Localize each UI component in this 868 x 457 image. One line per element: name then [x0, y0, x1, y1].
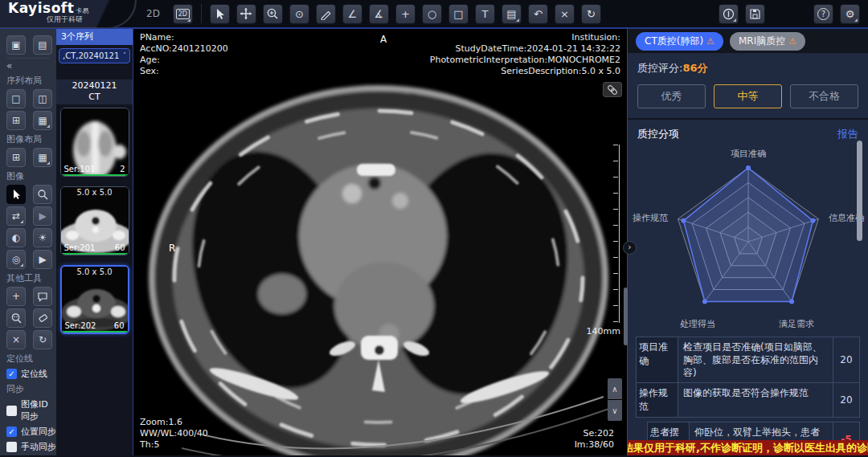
view-2d-button[interactable]: 2D — [173, 4, 193, 24]
ct-axial-image[interactable] — [133, 29, 627, 455]
undo-button[interactable]: ↶ — [528, 4, 548, 24]
image-viewport[interactable]: PName: AccNO:2401210200 Age: Sex: Instit… — [133, 29, 627, 455]
checkbox-icon[interactable] — [6, 406, 17, 416]
institution-label: Institusion: — [430, 32, 620, 43]
magnify-glass-button[interactable] — [6, 308, 26, 328]
prev-slice-button[interactable]: ∧ — [608, 378, 622, 399]
probe-tool-button[interactable]: ⊙ — [289, 4, 309, 24]
contrast-button[interactable]: ◐ — [6, 228, 26, 247]
reset-icon: ↻ — [39, 334, 47, 345]
thumb-desc-label: 5.0 x 5.0 — [61, 188, 129, 197]
checkbox-image-id-sync[interactable]: 图像ID同步 — [6, 398, 56, 422]
slice-info-overlay: Se:202 Im:38/60 — [575, 428, 614, 451]
window-presets-button[interactable]: ▤ — [502, 4, 522, 24]
img-layout-3x3-button[interactable]: ▦ — [33, 148, 52, 167]
thumb-progress-bar — [61, 253, 129, 255]
target-button[interactable]: ◎ — [6, 250, 26, 269]
zoom-in-tool-button[interactable] — [263, 4, 283, 24]
thumb-series-label: Ser:202 — [65, 321, 96, 330]
top-toolbar: Kayisoft 卡易 仅用于科研 2D 2D ⊙ ∠ ∡ + ○ □ T ▤ … — [0, 0, 868, 29]
pointer-sidebar-button[interactable] — [6, 185, 26, 204]
tab-ct-qc[interactable]: CT质控(肺部) ⚠ — [636, 32, 723, 51]
help-button[interactable]: ? — [813, 4, 833, 24]
pencil-tool-button[interactable] — [316, 4, 336, 24]
series-thumbnail-202[interactable]: 5.0 x 5.0 Ser:202 60 — [60, 265, 129, 334]
checkbox-icon[interactable] — [6, 442, 17, 452]
layout-3x3-button[interactable]: ▦ — [33, 111, 52, 130]
save-button[interactable] — [745, 4, 765, 24]
flip-rotate-button[interactable]: ⇄ — [6, 206, 26, 226]
play-button[interactable]: ▶ — [33, 250, 52, 269]
send-icon: ▶ — [39, 210, 46, 222]
text-tool-button[interactable]: T — [475, 4, 495, 24]
eraser-button[interactable] — [33, 308, 52, 328]
grade-medium-button[interactable]: 中等 — [714, 84, 782, 108]
pan-icon — [240, 7, 252, 20]
tab-label: MRI脑质控 — [739, 35, 785, 48]
thumb-series-label: Ser:101 — [64, 165, 96, 173]
crosshair-icon: + — [401, 8, 410, 20]
viewport-scrollbar-thumb[interactable] — [624, 288, 628, 345]
clear-all-button[interactable]: × — [6, 330, 26, 349]
grade-excellent-button[interactable]: 优秀 — [637, 84, 706, 108]
report-link[interactable]: 报告 — [837, 127, 858, 142]
checkbox-icon[interactable]: ✓ — [6, 426, 17, 437]
magnifier-button[interactable] — [33, 185, 52, 204]
thickness-label: Th:5 — [140, 439, 208, 451]
delete-annotation-button[interactable]: × — [555, 4, 575, 24]
pan-tool-button[interactable] — [236, 4, 256, 24]
checkbox-locator-line[interactable]: ✓ 定位线 — [6, 368, 56, 380]
pointer-tool-button[interactable] — [210, 4, 230, 24]
target-icon: ◎ — [12, 254, 20, 265]
qc-panel: CT质控(肺部) ⚠ MRI脑质控 ⚠ 质控评分:86分 优秀 中等 不合格 质… — [627, 29, 868, 455]
thumb-series-label: Ser:201 — [64, 243, 96, 252]
link-series-button[interactable] — [603, 82, 622, 97]
series-thumbnail-201[interactable]: 5.0 x 5.0 Ser:201 60 — [60, 186, 129, 255]
pointer-icon — [10, 189, 22, 200]
settings-button[interactable]: ⚙ — [840, 4, 860, 24]
flip-icon: ⇄ — [12, 210, 20, 222]
angle-tool-button[interactable]: ∠ — [342, 4, 362, 24]
checkbox-manual-sync[interactable]: 手动同步 — [6, 441, 56, 453]
crosshair-tool-button[interactable]: + — [395, 4, 416, 24]
row-desc: 图像的获取是否符合操作规范 — [678, 383, 833, 417]
reset-view-button[interactable]: ↻ — [33, 330, 52, 349]
brightness-icon: ☀ — [39, 232, 47, 243]
qc-panel-scrollbar-thumb[interactable] — [857, 141, 862, 241]
tab-mri-qc[interactable]: MRI脑质控 ⚠ — [730, 32, 805, 51]
layout-1x2-button[interactable]: ◫ — [33, 89, 52, 108]
layout-1x1-button[interactable]: □ — [6, 89, 26, 108]
orientation-anterior-marker: A — [380, 34, 387, 45]
panel-collapse-handle[interactable]: › — [623, 241, 637, 255]
brightness-button[interactable]: ☀ — [33, 228, 52, 247]
layout-2x2-button[interactable]: ⊞ — [6, 111, 26, 130]
ellipse-tool-button[interactable]: ○ — [422, 4, 442, 24]
study-dropdown[interactable]: ,CT,20240121 ˅ — [59, 48, 130, 63]
ruler-ticks — [613, 145, 618, 323]
qc-tab-bar: CT质控(肺部) ⚠ MRI脑质控 ⚠ — [628, 29, 868, 53]
checkbox-position-sync[interactable]: ✓ 位置同步 — [6, 426, 56, 438]
qc-score-table: 项目准确 检查项目是否准确(项目如脑部、胸部、腹部是否在标准的范围内容) 20 … — [636, 337, 860, 455]
image-number-label: Im:38/60 — [575, 439, 614, 451]
img-layout-2x2-button[interactable]: ⊞ — [6, 148, 26, 167]
sidebar-collapse-button[interactable]: « — [6, 60, 56, 71]
series-panel-toggle-button[interactable]: ▣ — [6, 35, 26, 55]
cobb-angle-tool-button[interactable]: ∡ — [369, 4, 389, 24]
next-slice-button[interactable]: ∨ — [608, 400, 622, 421]
section-image-layout-label: 图像布局 — [6, 133, 56, 145]
comment-button[interactable] — [33, 287, 52, 306]
warning-icon: ⚠ — [788, 36, 796, 47]
main-row: ▣ ▤ « 序列布局 □ ◫ ⊞ ▦ 图像布局 ⊞ ▦ 图像 — [0, 29, 868, 455]
magnifier-icon — [37, 189, 48, 200]
add-tool-button[interactable]: + — [6, 287, 26, 306]
study-datetime-label: StudyDateTime:2024-01-21 14:32:22 — [430, 43, 620, 55]
info-button[interactable] — [719, 4, 739, 24]
checkbox-icon[interactable]: ✓ — [6, 369, 17, 379]
series-thumbnail-101[interactable]: Ser:101 2 — [60, 108, 129, 177]
cine-send-button[interactable]: ▶ — [33, 206, 52, 226]
reset-button[interactable]: ↻ — [581, 4, 601, 24]
info-panel-toggle-button[interactable]: ▤ — [33, 35, 52, 55]
rectangle-tool-button[interactable]: □ — [448, 4, 469, 24]
series-group-modality: CT — [56, 92, 133, 103]
grade-fail-button[interactable]: 不合格 — [790, 84, 858, 108]
